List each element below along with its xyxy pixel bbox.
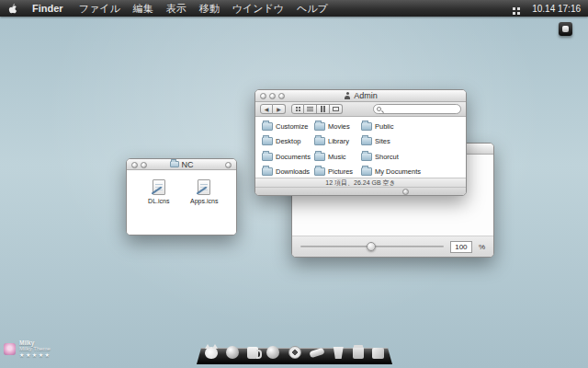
folder-item-my-documents[interactable]: My Documents: [361, 165, 464, 180]
menu-app-name[interactable]: Finder: [27, 3, 69, 14]
folder-label: Public: [375, 123, 393, 130]
zoom-button[interactable]: [278, 93, 285, 99]
admin-titlebar[interactable]: Admin: [255, 90, 466, 102]
watermark-line1: Milky: [19, 339, 51, 346]
list-view-button[interactable]: [304, 104, 317, 114]
folder-icon: [361, 137, 372, 145]
nc-window[interactable]: NC DL.icns Apps.icns: [126, 158, 237, 236]
theme-watermark: Milky Milky Theme ★★★★★: [4, 339, 51, 359]
folder-item-customize[interactable]: Customize: [262, 119, 314, 134]
folder-item-public[interactable]: Public: [361, 119, 464, 134]
flow-glyph-icon: [333, 107, 339, 111]
zoom-unit-label: %: [479, 243, 485, 251]
zoom-slider-knob[interactable]: [367, 242, 376, 251]
dock-jar-icon[interactable]: [353, 347, 364, 359]
folder-label: Customize: [276, 123, 308, 130]
zoom-value-field[interactable]: 100: [450, 241, 472, 253]
shortcut-glyph-icon: [562, 26, 569, 32]
watermark-stars: ★★★★★: [19, 352, 51, 359]
menu-help[interactable]: ヘルプ: [290, 2, 334, 16]
menu-clock[interactable]: 10.14 17:16: [532, 4, 581, 14]
dock-ball-icon[interactable]: [266, 346, 279, 359]
menu-edit[interactable]: 編集: [127, 2, 160, 16]
folder-item-library[interactable]: Library: [314, 134, 361, 150]
minimize-button[interactable]: [269, 93, 276, 99]
menu-window[interactable]: ウインドウ: [226, 2, 290, 16]
dock-box-icon[interactable]: [372, 348, 384, 359]
forward-button[interactable]: ▶: [273, 104, 286, 114]
menu-status-icon[interactable]: [513, 7, 515, 10]
close-button[interactable]: [131, 162, 138, 168]
dock-cup-icon[interactable]: [333, 347, 345, 359]
folder-icon: [361, 122, 372, 131]
admin-file-grid: Customize Desktop Documents Downloads Mo…: [255, 117, 466, 178]
dock-cat-icon[interactable]: [205, 347, 218, 359]
folder-icon: [314, 153, 325, 161]
search-field[interactable]: [373, 104, 461, 114]
user-home-icon: [344, 92, 351, 99]
folder-label: Downloads: [276, 168, 310, 175]
admin-window[interactable]: Admin ◀ ▶ Customize Desktop Documents: [254, 89, 467, 196]
document-icon: [153, 179, 165, 195]
folder-item-pictures[interactable]: Pictures: [314, 165, 361, 180]
folder-label: Desktop: [276, 138, 301, 144]
folder-icon: [262, 122, 273, 131]
search-input[interactable]: [383, 105, 458, 113]
folder-item-downloads[interactable]: Downloads: [262, 165, 314, 180]
minimize-button[interactable]: [141, 162, 147, 168]
folder-item-documents[interactable]: Documents: [262, 149, 314, 165]
view-mode-control: [291, 104, 343, 114]
back-button[interactable]: ◀: [260, 104, 273, 114]
flow-view-button[interactable]: [330, 104, 343, 114]
zoom-slider[interactable]: [300, 246, 444, 247]
horizontal-scrollbar[interactable]: [255, 187, 466, 195]
dock-ring-icon[interactable]: [288, 346, 301, 359]
folder-item-sites[interactable]: Sites: [361, 134, 464, 150]
document-icon: [198, 179, 210, 195]
folder-icon: [314, 137, 325, 145]
dock: [197, 339, 392, 364]
menu-go[interactable]: 移動: [193, 2, 226, 16]
toolbar-toggle-button[interactable]: [225, 162, 232, 168]
folder-label: Pictures: [328, 168, 353, 175]
desktop-shortcut-icon[interactable]: [559, 22, 572, 36]
dock-pill-icon[interactable]: [309, 348, 324, 359]
file-label: Apps.icns: [190, 198, 218, 204]
menu-file[interactable]: ファイル: [73, 2, 127, 16]
dock-sphere-icon[interactable]: [226, 346, 239, 359]
folder-label: Documents: [276, 154, 311, 160]
apple-menu[interactable]: [7, 3, 17, 15]
nc-window-title: NC: [182, 160, 194, 169]
desktop: Finder ファイル 編集 表示 移動 ウインドウ ヘルプ 10.14 17:…: [0, 0, 588, 368]
list-glyph-icon: [307, 107, 313, 108]
folder-label: Music: [328, 154, 346, 160]
folder-label: Movies: [328, 123, 350, 130]
folder-icon: [262, 153, 273, 161]
nc-file-area: DL.icns Apps.icns: [127, 170, 236, 235]
folder-icon: [361, 153, 372, 161]
folder-icon: [314, 122, 325, 131]
folder-item-shorcut[interactable]: Shorcut: [361, 149, 464, 165]
close-button[interactable]: [260, 93, 266, 99]
folder-icon: [170, 161, 179, 167]
folder-label: Sites: [375, 138, 390, 144]
nc-titlebar[interactable]: NC: [127, 159, 236, 170]
icon-view-button[interactable]: [291, 104, 304, 114]
menu-bar: Finder ファイル 編集 表示 移動 ウインドウ ヘルプ 10.14 17:…: [0, 0, 588, 17]
scrollbar-thumb[interactable]: [402, 189, 409, 195]
folder-item-music[interactable]: Music: [314, 149, 361, 165]
apple-icon: [7, 3, 17, 15]
folder-item-desktop[interactable]: Desktop: [262, 134, 314, 150]
folder-icon: [262, 137, 273, 145]
menu-view[interactable]: 表示: [160, 2, 193, 16]
file-item-dl-icns[interactable]: DL.icns: [139, 179, 179, 235]
column-view-button[interactable]: [317, 104, 330, 114]
dock-mug-icon[interactable]: [247, 347, 258, 359]
folder-label: Library: [328, 138, 349, 144]
preview-control-bar: 100 %: [292, 236, 493, 257]
folder-icon: [361, 167, 372, 176]
folder-item-movies[interactable]: Movies: [314, 119, 361, 134]
file-item-apps-icns[interactable]: Apps.icns: [184, 179, 224, 235]
folder-label: My Documents: [375, 168, 421, 175]
columns-glyph-icon: [321, 106, 322, 112]
